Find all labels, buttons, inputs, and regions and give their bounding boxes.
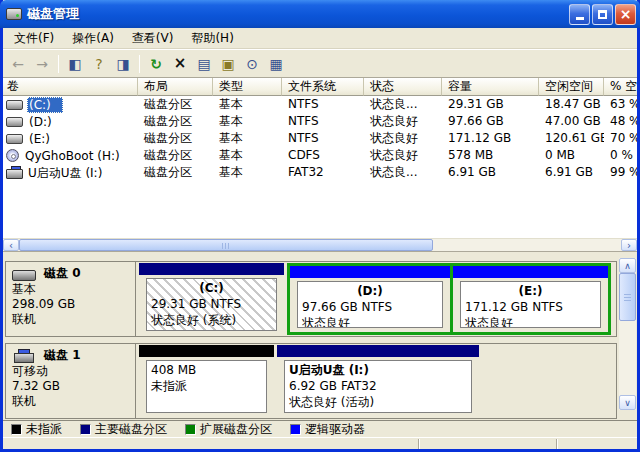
- window-controls: ×: [569, 4, 636, 25]
- refresh-icon[interactable]: ↻: [145, 53, 167, 75]
- delete-icon[interactable]: ×: [169, 53, 191, 75]
- vertical-scrollbar-thumb[interactable]: [619, 273, 636, 321]
- volume-row-c[interactable]: (C:) 磁盘分区 基本 NTFS 状态良... 29.31 GB 18.47 …: [3, 96, 637, 113]
- cell-filesystem: NTFS: [282, 96, 364, 113]
- header-status[interactable]: 状态: [364, 78, 442, 96]
- titlebar[interactable]: 磁盘管理 ×: [0, 0, 640, 28]
- extended-partition-swatch: [185, 424, 196, 435]
- disk-1-label[interactable]: 磁盘 1 可移动 7.32 GB 联机: [6, 344, 136, 418]
- cell-pctfree: 99 %: [604, 164, 637, 181]
- cell-capacity: 171.12 GB: [442, 130, 539, 147]
- legend-primary-partition: 主要磁盘分区: [80, 421, 167, 438]
- find-icon[interactable]: ⊙: [241, 53, 263, 75]
- header-type[interactable]: 类型: [213, 78, 282, 96]
- manage-computer-icon[interactable]: ▦: [265, 53, 287, 75]
- hard-disk-icon: [6, 134, 23, 144]
- scroll-down-icon[interactable]: ∨: [619, 395, 636, 410]
- cell-filesystem: FAT32: [282, 164, 364, 181]
- hard-disk-icon: [12, 270, 36, 281]
- cell-status: 状态良好: [364, 113, 442, 130]
- unallocated-swatch: [11, 424, 22, 435]
- properties-icon[interactable]: ▤: [193, 53, 215, 75]
- partition-size: 29.31 GB NTFS: [151, 296, 272, 312]
- unallocated-region[interactable]: 408 MB 未指派: [139, 345, 274, 417]
- close-button[interactable]: ×: [615, 4, 636, 25]
- minimize-button[interactable]: [569, 4, 590, 25]
- vertical-scrollbar[interactable]: ∧ ∨: [619, 258, 636, 410]
- disk-size: 7.32 GB: [12, 379, 133, 394]
- volume-name: U启动U盘 (I:): [26, 165, 104, 181]
- horizontal-scrollbar[interactable]: ‹ ›: [3, 238, 637, 251]
- header-capacity[interactable]: 容量: [442, 78, 539, 96]
- cell-layout: 磁盘分区: [138, 164, 213, 181]
- scroll-left-icon[interactable]: ‹: [3, 239, 19, 251]
- cell-filesystem: NTFS: [282, 130, 364, 147]
- disk-size: 298.09 GB: [12, 297, 133, 312]
- header-volume[interactable]: 卷: [3, 78, 138, 96]
- partition-status: 状态良好 (活动): [289, 394, 467, 410]
- legend-logical-drive: 逻辑驱动器: [290, 421, 365, 438]
- disk-name: 磁盘 1: [44, 348, 81, 363]
- disk-status: 联机: [12, 394, 133, 409]
- cell-pctfree: 0 %: [604, 147, 637, 164]
- partition-name: (C:): [151, 280, 272, 296]
- unallocated-bar: [139, 345, 274, 357]
- cell-layout: 磁盘分区: [138, 96, 213, 113]
- disk-management-window: 磁盘管理 × 文件(F) 操作(A) 查看(V) 帮助(H) ← → ◧ ? ◨…: [0, 0, 640, 452]
- maximize-button[interactable]: [592, 4, 613, 25]
- disk-0-label[interactable]: 磁盘 0 基本 298.09 GB 联机: [6, 262, 136, 336]
- show-action-pane-icon[interactable]: ◨: [112, 53, 134, 75]
- menu-action[interactable]: 操作(A): [63, 28, 123, 49]
- cell-pctfree: 70 %: [604, 130, 637, 147]
- header-filesystem[interactable]: 文件系统: [282, 78, 364, 96]
- partition-d[interactable]: (D:) 97.66 GB NTFS 状态良好: [290, 266, 450, 332]
- legend-bar: 未指派 主要磁盘分区 扩展磁盘分区 逻辑驱动器: [3, 420, 637, 437]
- show-console-tree-icon[interactable]: ◧: [64, 53, 86, 75]
- forward-icon[interactable]: →: [31, 53, 53, 75]
- header-freespace[interactable]: 空闲空间: [539, 78, 604, 96]
- vertical-scrollbar-track[interactable]: [619, 321, 636, 395]
- menu-view[interactable]: 查看(V): [123, 28, 183, 49]
- volume-row-e[interactable]: (E:) 磁盘分区 基本 NTFS 状态良好 171.12 GB 120.61 …: [3, 130, 637, 147]
- partition-status: 状态良好: [302, 315, 438, 328]
- partition-size: 408 MB: [151, 362, 262, 378]
- logical-drive-bar: [290, 266, 450, 278]
- maximize-icon: [598, 10, 607, 19]
- legend-unallocated: 未指派: [11, 421, 62, 438]
- status-bar-divider: [418, 439, 420, 449]
- hard-disk-icon: [6, 100, 23, 110]
- volume-row-d[interactable]: (D:) 磁盘分区 基本 NTFS 状态良好 97.66 GB 47.00 GB…: [3, 113, 637, 130]
- partition-i[interactable]: U启动U盘 (I:) 6.92 GB FAT32 状态良好 (活动): [277, 345, 479, 417]
- volume-name: (D:): [27, 114, 54, 130]
- partition-c[interactable]: (C:) 29.31 GB NTFS 状态良好 (系统): [139, 263, 284, 335]
- disk-management-icon: [6, 8, 22, 20]
- volume-row-i[interactable]: U启动U盘 (I:) 磁盘分区 基本 FAT32 状态良... 6.91 GB …: [3, 164, 637, 181]
- cell-capacity: 97.66 GB: [442, 113, 539, 130]
- scroll-up-icon[interactable]: ∧: [619, 258, 636, 273]
- cell-type: 基本: [213, 130, 282, 147]
- header-pctfree[interactable]: % 空: [604, 78, 637, 96]
- disk-0-row: 磁盘 0 基本 298.09 GB 联机 (C:) 29.31 GB NTFS …: [5, 261, 617, 337]
- horizontal-scrollbar-track[interactable]: [433, 239, 621, 251]
- help-icon[interactable]: ?: [88, 53, 110, 75]
- partition-name: (D:): [302, 283, 438, 299]
- cell-freespace: 47.00 GB: [539, 113, 604, 130]
- menu-help[interactable]: 帮助(H): [182, 28, 242, 49]
- disk-name: 磁盘 0: [44, 266, 81, 281]
- primary-partition-bar: [277, 345, 479, 357]
- horizontal-scrollbar-thumb[interactable]: [19, 239, 433, 251]
- header-layout[interactable]: 布局: [138, 78, 213, 96]
- logical-drive-swatch: [290, 424, 301, 435]
- volume-row-h[interactable]: QyGhoBoot (H:) 磁盘分区 基本 CDFS 状态良好 578 MB …: [3, 147, 637, 164]
- volume-name: (C:): [27, 97, 63, 113]
- open-icon[interactable]: ▣: [217, 53, 239, 75]
- volume-name: (E:): [27, 131, 52, 147]
- cell-layout: 磁盘分区: [138, 113, 213, 130]
- scroll-right-icon[interactable]: ›: [621, 239, 637, 251]
- back-icon[interactable]: ←: [7, 53, 29, 75]
- cell-type: 基本: [213, 147, 282, 164]
- cd-rom-icon: [6, 149, 19, 162]
- partition-e[interactable]: (E:) 171.12 GB NTFS 状态良好: [453, 266, 608, 332]
- cell-layout: 磁盘分区: [138, 130, 213, 147]
- menu-file[interactable]: 文件(F): [5, 28, 63, 49]
